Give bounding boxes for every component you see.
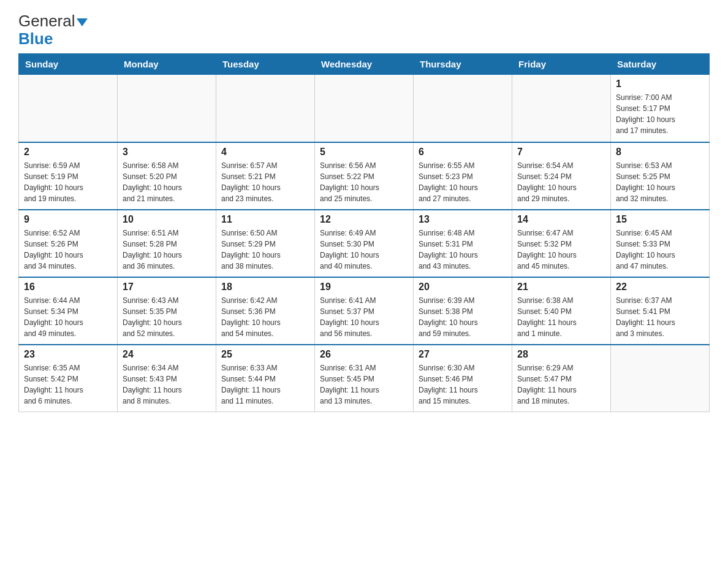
day-info: Sunrise: 6:42 AMSunset: 5:36 PMDaylight:… — [221, 295, 309, 339]
calendar-cell: 4Sunrise: 6:57 AMSunset: 5:21 PMDaylight… — [216, 142, 315, 210]
day-number: 13 — [419, 214, 507, 225]
day-number: 20 — [419, 282, 507, 293]
day-number: 8 — [616, 147, 704, 158]
day-info: Sunrise: 6:31 AMSunset: 5:45 PMDaylight:… — [320, 362, 408, 407]
calendar-cell: 10Sunrise: 6:51 AMSunset: 5:28 PMDayligh… — [118, 210, 216, 277]
day-info: Sunrise: 6:57 AMSunset: 5:21 PMDaylight:… — [221, 160, 309, 204]
calendar-cell: 19Sunrise: 6:41 AMSunset: 5:37 PMDayligh… — [315, 277, 414, 345]
calendar-cell — [512, 75, 611, 142]
day-number: 16 — [24, 282, 112, 293]
weekday-header-friday: Friday — [512, 54, 611, 75]
calendar-cell: 5Sunrise: 6:56 AMSunset: 5:22 PMDaylight… — [315, 142, 414, 210]
day-number: 18 — [221, 282, 309, 293]
week-row-2: 2Sunrise: 6:59 AMSunset: 5:19 PMDaylight… — [19, 142, 710, 210]
calendar-cell: 20Sunrise: 6:39 AMSunset: 5:38 PMDayligh… — [414, 277, 512, 345]
calendar-cell: 7Sunrise: 6:54 AMSunset: 5:24 PMDaylight… — [512, 142, 611, 210]
week-row-5: 23Sunrise: 6:35 AMSunset: 5:42 PMDayligh… — [19, 345, 710, 412]
calendar-cell — [611, 345, 710, 412]
day-number: 27 — [419, 349, 507, 360]
calendar-cell: 23Sunrise: 6:35 AMSunset: 5:42 PMDayligh… — [19, 345, 118, 412]
calendar-table: SundayMondayTuesdayWednesdayThursdayFrid… — [18, 53, 710, 412]
day-number: 24 — [123, 349, 211, 360]
day-info: Sunrise: 6:38 AMSunset: 5:40 PMDaylight:… — [517, 295, 605, 339]
calendar-cell: 22Sunrise: 6:37 AMSunset: 5:41 PMDayligh… — [611, 277, 710, 345]
day-info: Sunrise: 6:52 AMSunset: 5:26 PMDaylight:… — [24, 228, 112, 272]
calendar-cell: 3Sunrise: 6:58 AMSunset: 5:20 PMDaylight… — [118, 142, 216, 210]
day-number: 11 — [221, 214, 309, 225]
calendar-cell: 1Sunrise: 7:00 AMSunset: 5:17 PMDaylight… — [611, 75, 710, 142]
day-number: 7 — [517, 147, 605, 158]
day-number: 6 — [419, 147, 507, 158]
day-number: 12 — [320, 214, 408, 225]
logo: General Blue — [18, 12, 88, 47]
calendar-header-row: SundayMondayTuesdayWednesdayThursdayFrid… — [19, 54, 710, 75]
weekday-header-sunday: Sunday — [19, 54, 118, 75]
day-info: Sunrise: 6:29 AMSunset: 5:47 PMDaylight:… — [517, 362, 605, 407]
calendar-cell: 9Sunrise: 6:52 AMSunset: 5:26 PMDaylight… — [19, 210, 118, 277]
page-header: General Blue — [18, 12, 710, 47]
day-number: 1 — [616, 79, 704, 90]
day-info: Sunrise: 6:47 AMSunset: 5:32 PMDaylight:… — [517, 228, 605, 272]
calendar-cell — [118, 75, 216, 142]
weekday-header-wednesday: Wednesday — [315, 54, 414, 75]
weekday-header-tuesday: Tuesday — [216, 54, 315, 75]
day-info: Sunrise: 6:35 AMSunset: 5:42 PMDaylight:… — [24, 362, 112, 407]
day-number: 17 — [123, 282, 211, 293]
calendar-cell: 24Sunrise: 6:34 AMSunset: 5:43 PMDayligh… — [118, 345, 216, 412]
day-info: Sunrise: 6:51 AMSunset: 5:28 PMDaylight:… — [123, 228, 211, 272]
day-number: 2 — [24, 147, 112, 158]
day-info: Sunrise: 6:56 AMSunset: 5:22 PMDaylight:… — [320, 160, 408, 204]
calendar-cell: 28Sunrise: 6:29 AMSunset: 5:47 PMDayligh… — [512, 345, 611, 412]
day-number: 10 — [123, 214, 211, 225]
day-info: Sunrise: 6:30 AMSunset: 5:46 PMDaylight:… — [419, 362, 507, 407]
calendar-cell — [414, 75, 512, 142]
calendar-cell: 27Sunrise: 6:30 AMSunset: 5:46 PMDayligh… — [414, 345, 512, 412]
day-number: 21 — [517, 282, 605, 293]
day-info: Sunrise: 6:48 AMSunset: 5:31 PMDaylight:… — [419, 228, 507, 272]
calendar-cell: 21Sunrise: 6:38 AMSunset: 5:40 PMDayligh… — [512, 277, 611, 345]
day-info: Sunrise: 6:49 AMSunset: 5:30 PMDaylight:… — [320, 228, 408, 272]
calendar-cell: 12Sunrise: 6:49 AMSunset: 5:30 PMDayligh… — [315, 210, 414, 277]
calendar-cell — [216, 75, 315, 142]
calendar-cell: 15Sunrise: 6:45 AMSunset: 5:33 PMDayligh… — [611, 210, 710, 277]
day-info: Sunrise: 6:33 AMSunset: 5:44 PMDaylight:… — [221, 362, 309, 407]
day-info: Sunrise: 6:55 AMSunset: 5:23 PMDaylight:… — [419, 160, 507, 204]
day-number: 9 — [24, 214, 112, 225]
day-number: 19 — [320, 282, 408, 293]
day-info: Sunrise: 6:37 AMSunset: 5:41 PMDaylight:… — [616, 295, 704, 339]
day-number: 26 — [320, 349, 408, 360]
calendar-cell: 25Sunrise: 6:33 AMSunset: 5:44 PMDayligh… — [216, 345, 315, 412]
day-info: Sunrise: 6:58 AMSunset: 5:20 PMDaylight:… — [123, 160, 211, 204]
calendar-cell: 2Sunrise: 6:59 AMSunset: 5:19 PMDaylight… — [19, 142, 118, 210]
calendar-cell — [19, 75, 118, 142]
calendar-cell: 26Sunrise: 6:31 AMSunset: 5:45 PMDayligh… — [315, 345, 414, 412]
day-info: Sunrise: 6:41 AMSunset: 5:37 PMDaylight:… — [320, 295, 408, 339]
calendar-cell: 6Sunrise: 6:55 AMSunset: 5:23 PMDaylight… — [414, 142, 512, 210]
day-number: 23 — [24, 349, 112, 360]
day-info: Sunrise: 6:54 AMSunset: 5:24 PMDaylight:… — [517, 160, 605, 204]
day-number: 4 — [221, 147, 309, 158]
calendar-cell: 13Sunrise: 6:48 AMSunset: 5:31 PMDayligh… — [414, 210, 512, 277]
day-number: 14 — [517, 214, 605, 225]
calendar-cell: 14Sunrise: 6:47 AMSunset: 5:32 PMDayligh… — [512, 210, 611, 277]
day-info: Sunrise: 6:50 AMSunset: 5:29 PMDaylight:… — [221, 228, 309, 272]
day-number: 3 — [123, 147, 211, 158]
calendar-cell: 17Sunrise: 6:43 AMSunset: 5:35 PMDayligh… — [118, 277, 216, 345]
calendar-cell — [315, 75, 414, 142]
day-info: Sunrise: 7:00 AMSunset: 5:17 PMDaylight:… — [616, 92, 704, 136]
day-number: 25 — [221, 349, 309, 360]
day-info: Sunrise: 6:45 AMSunset: 5:33 PMDaylight:… — [616, 228, 704, 272]
day-number: 15 — [616, 214, 704, 225]
day-number: 5 — [320, 147, 408, 158]
day-info: Sunrise: 6:59 AMSunset: 5:19 PMDaylight:… — [24, 160, 112, 204]
week-row-3: 9Sunrise: 6:52 AMSunset: 5:26 PMDaylight… — [19, 210, 710, 277]
day-info: Sunrise: 6:39 AMSunset: 5:38 PMDaylight:… — [419, 295, 507, 339]
weekday-header-monday: Monday — [118, 54, 216, 75]
week-row-4: 16Sunrise: 6:44 AMSunset: 5:34 PMDayligh… — [19, 277, 710, 345]
day-number: 28 — [517, 349, 605, 360]
day-info: Sunrise: 6:53 AMSunset: 5:25 PMDaylight:… — [616, 160, 704, 204]
calendar-cell: 16Sunrise: 6:44 AMSunset: 5:34 PMDayligh… — [19, 277, 118, 345]
weekday-header-saturday: Saturday — [611, 54, 710, 75]
calendar-cell: 11Sunrise: 6:50 AMSunset: 5:29 PMDayligh… — [216, 210, 315, 277]
calendar-cell: 18Sunrise: 6:42 AMSunset: 5:36 PMDayligh… — [216, 277, 315, 345]
